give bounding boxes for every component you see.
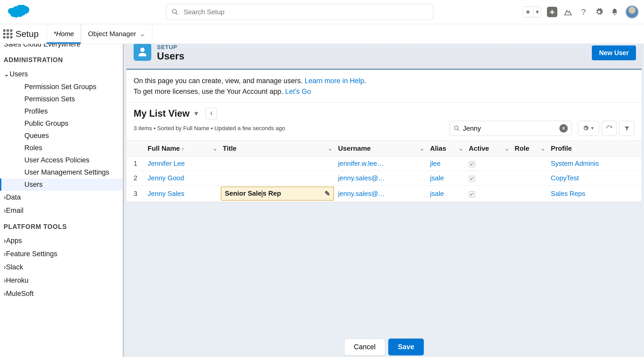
chevron-down-icon[interactable]: ⌄ bbox=[505, 146, 509, 152]
global-search-input[interactable] bbox=[184, 8, 428, 16]
chevron-right-icon: › bbox=[4, 237, 6, 245]
cancel-button[interactable]: Cancel bbox=[344, 339, 385, 355]
filter-button[interactable] bbox=[619, 121, 634, 136]
profile-link[interactable]: Sales Reps bbox=[551, 190, 585, 197]
lets-go-link[interactable]: Let's Go bbox=[285, 88, 311, 95]
full-name-link[interactable]: Jenny Good bbox=[148, 174, 184, 182]
active-checkbox: ✓ bbox=[469, 191, 475, 197]
sidebar-item-permission-set-groups[interactable]: Permission Set Groups bbox=[0, 81, 123, 93]
list-settings-button[interactable]: ▼ bbox=[578, 121, 599, 136]
sidebar-item[interactable]: Sales Cloud Everywhere bbox=[0, 44, 123, 50]
col-profile[interactable]: Profile bbox=[548, 141, 642, 156]
col-alias[interactable]: Alias⌄ bbox=[427, 141, 465, 156]
title-cell[interactable] bbox=[220, 171, 335, 186]
sidebar-item-apps[interactable]: › Apps bbox=[0, 234, 123, 247]
row-number: 1 bbox=[126, 156, 145, 171]
global-add-button[interactable]: + bbox=[547, 7, 557, 17]
table-row: 2 Jenny Good jenny.sales@… jsale ✓ CopyT… bbox=[126, 171, 642, 186]
refresh-button[interactable] bbox=[602, 121, 617, 136]
sidebar-item-users-parent[interactable]: ⌄ Users bbox=[0, 67, 123, 81]
role-cell[interactable] bbox=[512, 156, 548, 171]
global-search[interactable] bbox=[166, 4, 433, 20]
sidebar-item-email[interactable]: › Email bbox=[0, 204, 123, 217]
list-view-name[interactable]: My List View bbox=[134, 108, 189, 119]
username-link[interactable]: jennifer.w.lee… bbox=[338, 160, 384, 167]
tab-home[interactable]: *Home bbox=[46, 24, 81, 44]
sidebar-item-roles[interactable]: Roles bbox=[0, 142, 123, 154]
filter-icon bbox=[624, 125, 630, 131]
col-title[interactable]: Title⌄ bbox=[220, 141, 335, 156]
title-cell[interactable] bbox=[220, 156, 335, 171]
gear-icon[interactable] bbox=[594, 7, 604, 17]
chevron-right-icon: › bbox=[4, 207, 6, 215]
main-content: SETUP Users New User On this page you ca… bbox=[124, 44, 644, 357]
trailhead-icon[interactable] bbox=[563, 7, 573, 17]
pin-button[interactable] bbox=[205, 108, 217, 119]
sidebar-item-queues[interactable]: Queues bbox=[0, 130, 123, 142]
role-cell[interactable] bbox=[512, 186, 548, 202]
svg-line-1 bbox=[176, 13, 178, 15]
svg-point-2 bbox=[454, 126, 458, 130]
sidebar-item-user-access-policies[interactable]: User Access Policies bbox=[0, 154, 123, 166]
username-link[interactable]: jenny.sales@… bbox=[338, 190, 385, 197]
app-launcher-button[interactable] bbox=[0, 24, 16, 44]
tab-object-manager[interactable]: Object Manager ⌄ bbox=[81, 24, 152, 44]
title-cell-editing[interactable]: Senior Sales Rep ✎ bbox=[220, 186, 335, 202]
table-body: 1 Jennifer Lee jennifer.w.lee… jlee ✓ Sy… bbox=[126, 156, 642, 202]
learn-more-link[interactable]: Learn more in Help bbox=[305, 77, 364, 85]
col-active[interactable]: Active⌄ bbox=[466, 141, 512, 156]
chevron-down-icon[interactable]: ⌄ bbox=[328, 146, 332, 152]
chevron-down-icon[interactable]: ⌄ bbox=[459, 146, 463, 152]
sidebar-item-feature-settings[interactable]: › Feature Settings bbox=[0, 247, 123, 261]
sort-asc-icon: ↑ bbox=[181, 146, 184, 152]
active-checkbox: ✓ bbox=[469, 161, 475, 167]
sidebar-item-profiles[interactable]: Profiles bbox=[0, 105, 123, 117]
star-icon: ★ bbox=[523, 7, 533, 17]
svg-point-0 bbox=[172, 9, 176, 14]
role-cell[interactable] bbox=[512, 171, 548, 186]
col-full-name[interactable]: Full Name↑⌄ bbox=[145, 141, 220, 156]
clear-search-button[interactable]: ✕ bbox=[559, 124, 568, 133]
sidebar-item-user-management-settings[interactable]: User Management Settings bbox=[0, 166, 123, 178]
alias-link[interactable]: jsale bbox=[430, 190, 444, 197]
list-search[interactable]: ✕ bbox=[450, 121, 572, 136]
chevron-down-icon[interactable]: ⌄ bbox=[541, 146, 545, 152]
sidebar-item-public-groups[interactable]: Public Groups bbox=[0, 117, 123, 130]
full-name-link[interactable]: Jennifer Lee bbox=[148, 160, 185, 167]
search-icon bbox=[172, 8, 179, 16]
help-icon[interactable]: ? bbox=[579, 7, 588, 17]
full-name-link[interactable]: Jenny Sales bbox=[148, 190, 184, 197]
profile-link[interactable]: CopyTest bbox=[551, 174, 579, 182]
users-table: Full Name↑⌄ Title⌄ Username⌄ Alias⌄ Acti… bbox=[126, 141, 642, 202]
sidebar-item-users[interactable]: Users bbox=[0, 178, 123, 191]
alias-link[interactable]: jsale bbox=[430, 174, 444, 182]
favorites-toggle[interactable]: ★ ▾ bbox=[522, 6, 541, 17]
list-search-input[interactable] bbox=[463, 124, 559, 133]
save-button[interactable]: Save bbox=[388, 339, 424, 355]
chevron-down-icon[interactable]: ▾ bbox=[533, 7, 541, 17]
salesforce-logo[interactable] bbox=[5, 3, 31, 21]
table-row: 1 Jennifer Lee jennifer.w.lee… jlee ✓ Sy… bbox=[126, 156, 642, 171]
sidebar-item-data[interactable]: › Data bbox=[0, 191, 123, 204]
search-icon bbox=[454, 125, 460, 131]
sidebar-item-mulesoft[interactable]: › MuleSoft bbox=[0, 287, 123, 300]
notifications-icon[interactable] bbox=[610, 7, 620, 17]
chevron-down-icon[interactable]: ⌄ bbox=[213, 146, 217, 152]
pencil-icon[interactable]: ✎ bbox=[325, 190, 330, 198]
username-link[interactable]: jenny.sales@… bbox=[338, 174, 385, 182]
col-username[interactable]: Username⌄ bbox=[335, 141, 427, 156]
new-user-button[interactable]: New User bbox=[592, 45, 636, 60]
chevron-down-icon[interactable]: ⌄ bbox=[420, 146, 424, 152]
sidebar-item-permission-sets[interactable]: Permission Sets bbox=[0, 93, 123, 105]
profile-link[interactable]: System Adminis bbox=[551, 160, 599, 167]
list-view-picker[interactable]: ▼ bbox=[193, 110, 199, 117]
sidebar-item-heroku[interactable]: › Heroku bbox=[0, 274, 123, 287]
sidebar-item-slack[interactable]: › Slack bbox=[0, 261, 123, 274]
chevron-down-icon[interactable]: ⌄ bbox=[140, 30, 145, 38]
tab-label: *Home bbox=[53, 30, 74, 38]
section-heading: ADMINISTRATION bbox=[0, 50, 123, 67]
col-role[interactable]: Role⌄ bbox=[512, 141, 548, 156]
user-avatar[interactable] bbox=[625, 5, 639, 19]
inline-edit-footer: Cancel Save bbox=[344, 337, 424, 357]
alias-link[interactable]: jlee bbox=[430, 160, 440, 167]
